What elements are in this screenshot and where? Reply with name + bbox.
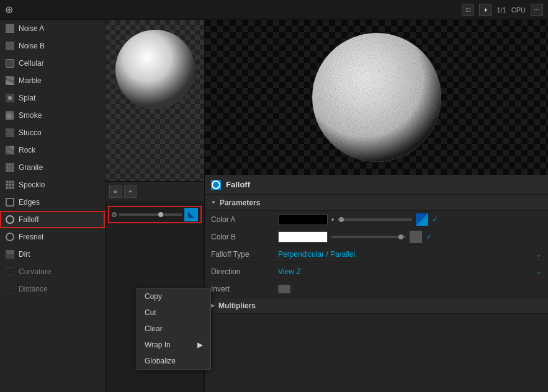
sidebar-item-falloff[interactable]: Falloff [0,211,105,228]
svg-point-2 [312,33,441,162]
props-title: Falloff [226,180,250,189]
sidebar-item-distance[interactable]: Distance [0,280,105,298]
fresnel-icon [5,232,15,242]
distance-icon [5,284,15,294]
speckle-label: Speckle [19,180,45,189]
marble-label: Marble [19,76,42,85]
sidebar-item-marble[interactable]: Marble [0,72,105,89]
main-layout: Noise A Noise B Cellular Marble Splat [0,20,548,392]
color-b-label: Color B [211,233,273,241]
cup-btn[interactable]: ♦ [479,4,492,16]
falloff-type-label: Falloff Type [211,250,273,259]
node-color-box[interactable] [184,208,198,221]
direction-label: Direction [211,267,273,276]
param-row-color-b: Color B ✓ [205,228,548,246]
falloff-node[interactable] [108,206,202,223]
node-area: Copy Cut Clear Wrap In ▶ Globalize [106,201,204,392]
direction-dropdown[interactable]: ⌄ [536,267,542,276]
granite-label: Granite [19,163,43,172]
multipliers-section-header[interactable]: ▶ Multipliers [205,298,548,314]
context-menu: Copy Cut Clear Wrap In ▶ Globalize [137,288,211,370]
ratio-label: 1/1 [496,6,506,14]
middle-toolbar: ≡ + [106,181,204,201]
preview-sphere-large [308,29,445,166]
speckle-icon [5,180,15,190]
right-panel: Falloff ▼ Parameters Color A ✓ [205,20,548,392]
props-header: Falloff [205,175,548,195]
color-a-extra-swatch[interactable] [416,213,428,226]
stucco-label: Stucco [19,128,42,137]
param-row-color-a: Color A ✓ [205,211,548,228]
sidebar-item-noise-a[interactable]: Noise A [0,20,105,37]
invert-swatch[interactable] [278,285,290,293]
cellular-icon [5,58,15,68]
fresnel-label: Fresnel [19,233,43,241]
color-a-dot [331,218,334,221]
marble-icon [5,76,15,86]
color-a-slider[interactable] [338,218,412,221]
sidebar-item-fresnel[interactable]: Fresnel [0,228,105,246]
curvature-icon [5,267,15,277]
preview-checker [106,20,204,181]
sidebar-item-stucco[interactable]: Stucco [0,124,105,141]
top-header: ⊕ □ ♦ 1/1 CPU ⋯ [0,0,548,20]
falloff-type-text: Perpendicular / Parallel [278,250,355,259]
context-menu-cut[interactable]: Cut [137,305,210,321]
smoke-icon [5,110,15,120]
context-menu-wrap-in[interactable]: Wrap In ▶ [137,337,210,353]
noise-b-label: Noise B [19,42,45,50]
header-icon: ⊕ [5,4,13,16]
color-b-slider-thumb[interactable] [398,234,403,239]
sidebar-item-rock[interactable]: Rock [0,141,105,159]
wrap-in-label: Wrap In [145,341,171,349]
context-menu-copy[interactable]: Copy [137,288,210,305]
context-menu-clear[interactable]: Clear [137,321,210,337]
sidebar-item-speckle[interactable]: Speckle [0,176,105,194]
sidebar-item-noise-b[interactable]: Noise B [0,37,105,55]
color-a-swatch[interactable] [278,214,328,225]
sidebar-item-granite[interactable]: Granite [0,159,105,176]
param-row-falloff-type: Falloff Type Perpendicular / Parallel ⌄ [205,246,548,263]
sidebar-item-smoke[interactable]: Smoke [0,107,105,124]
parameters-section-header[interactable]: ▼ Parameters [205,195,548,211]
sidebar-item-edges[interactable]: Edges [0,194,105,211]
node-slider[interactable] [119,213,182,216]
add-btn[interactable]: + [124,185,137,198]
smoke-label: Smoke [19,111,42,120]
color-pattern [188,212,194,218]
sidebar: Noise A Noise B Cellular Marble Splat [0,20,106,392]
square-btn[interactable]: □ [462,4,474,16]
preview-area [106,20,204,181]
collapse-triangle: ▼ [211,200,216,205]
color-a-value: ✓ [278,213,542,226]
splat-label: Splat [19,94,35,102]
multipliers-triangle: ▶ [211,303,215,308]
color-b-extra-swatch[interactable] [410,231,422,243]
color-a-slider-thumb[interactable] [339,217,344,222]
falloff-type-value: Perpendicular / Parallel ⌄ [278,250,542,259]
sidebar-item-curvature[interactable]: Curvature [0,263,105,280]
falloff-type-dropdown[interactable]: ⌄ [536,250,542,259]
context-menu-globalize[interactable]: Globalize [137,353,210,369]
color-b-slider[interactable] [331,236,406,238]
sidebar-item-splat[interactable]: Splat [0,89,105,107]
color-b-swatch[interactable] [278,231,328,243]
more-btn[interactable]: ⋯ [531,4,543,16]
dirt-icon [5,249,15,259]
list-btn[interactable]: ≡ [109,185,122,198]
sidebar-item-dirt[interactable]: Dirt [0,246,105,263]
param-row-invert: Invert [205,280,548,298]
noise-a-icon [5,24,15,33]
preview-sphere [112,26,199,113]
color-b-check: ✓ [426,233,432,241]
slider-handle[interactable] [158,212,163,217]
props-section: Falloff ▼ Parameters Color A ✓ [205,175,548,314]
svg-point-1 [115,30,195,109]
noise-a-label: Noise A [19,24,44,33]
sidebar-item-cellular[interactable]: Cellular [0,55,105,72]
preview-large [205,20,548,175]
param-row-direction: Direction View Z ⌄ [205,263,548,280]
cpu-label: CPU [511,6,526,14]
node-input-connector [112,212,117,217]
preview-large-checker [205,20,548,175]
